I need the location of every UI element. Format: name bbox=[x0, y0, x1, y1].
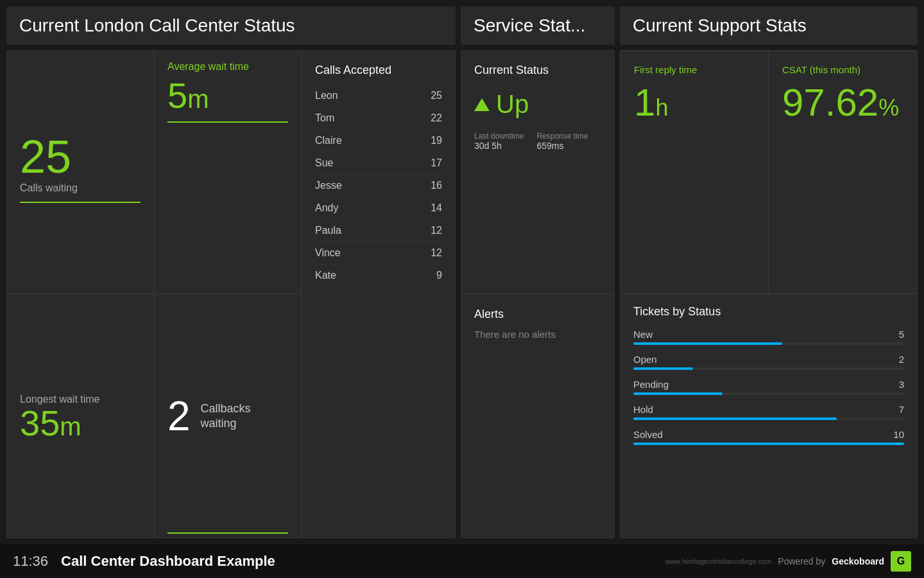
footer-left: 11:36 Call Center Dashboard Example bbox=[13, 553, 275, 570]
header-support: Current Support Stats bbox=[620, 6, 918, 45]
ticket-bar-bg bbox=[633, 417, 904, 420]
last-downtime-label: Last downtime bbox=[474, 132, 524, 141]
ticket-bar-fill bbox=[633, 442, 904, 445]
support-metrics-row: First reply time 1h CSAT (this month) 97… bbox=[620, 50, 918, 294]
calls-count: 12 bbox=[431, 247, 442, 259]
callbacks-cell: 2 Callbacks waiting 9 Agents online bbox=[154, 294, 302, 538]
calls-count: 22 bbox=[431, 112, 442, 124]
calls-accepted-title: Calls Accepted bbox=[315, 64, 442, 77]
calls-accepted-cell: Calls Accepted Leon25Tom22Claire19Sue17J… bbox=[302, 50, 456, 538]
avg-wait-cell: Average wait time 5m bbox=[154, 50, 302, 294]
callbacks-label: Callbacks waiting bbox=[201, 401, 251, 432]
ticket-status: Hold bbox=[633, 404, 653, 415]
calls-name: Claire bbox=[315, 135, 342, 146]
footer: 11:36 Call Center Dashboard Example www.… bbox=[0, 545, 924, 578]
ticket-count: 7 bbox=[899, 404, 904, 415]
ticket-bar-bg bbox=[633, 392, 904, 395]
status-meta: Last downtime 30d 5h Response time 659ms bbox=[474, 132, 601, 151]
longest-wait-value: 35m bbox=[20, 405, 141, 441]
footer-right: www.heritagechristiancollege.com Powered… bbox=[665, 551, 911, 572]
ticket-bar-bg bbox=[633, 442, 904, 445]
calls-row: Kate9 bbox=[315, 265, 442, 286]
ticket-count: 10 bbox=[893, 429, 904, 440]
calls-count: 12 bbox=[431, 225, 442, 236]
ticket-row: Hold 7 bbox=[633, 404, 904, 420]
calls-waiting-value: 25 bbox=[20, 134, 141, 180]
first-reply-label: First reply time bbox=[634, 64, 755, 75]
ticket-status: Solved bbox=[633, 429, 663, 440]
calls-count: 16 bbox=[431, 180, 442, 191]
csat-cell: CSAT (this month) 97.62% bbox=[769, 51, 917, 293]
geckoboard-icon: G bbox=[891, 551, 911, 572]
csat-label: CSAT (this month) bbox=[782, 64, 903, 75]
longest-wait-cell: Longest wait time 35m bbox=[6, 294, 154, 538]
support-panel: First reply time 1h CSAT (this month) 97… bbox=[620, 50, 918, 538]
tickets-list: New 5 Open 2 Pending 3 Hol bbox=[633, 329, 904, 445]
ticket-row: Pending 3 bbox=[633, 379, 904, 395]
last-downtime-value: 30d 5h bbox=[474, 141, 524, 151]
calls-list: Leon25Tom22Claire19Sue17Jesse16Andy14Pau… bbox=[315, 85, 442, 286]
tickets-title: Tickets by Status bbox=[633, 305, 904, 319]
ticket-count: 5 bbox=[899, 329, 904, 340]
ticket-row: Open 2 bbox=[633, 354, 904, 370]
header-london: Current London Call Center Status bbox=[6, 6, 456, 45]
calls-count: 25 bbox=[431, 90, 442, 101]
current-status-cell: Current Status Up Last downtime 30d 5h R… bbox=[461, 50, 615, 294]
calls-name: Kate bbox=[315, 270, 336, 281]
ticket-count: 2 bbox=[899, 354, 904, 365]
calls-row: Vince12 bbox=[315, 242, 442, 265]
alerts-text: There are no alerts bbox=[474, 329, 601, 340]
ticket-bar-fill bbox=[633, 417, 837, 420]
first-reply-value: 1h bbox=[634, 80, 755, 125]
calls-waiting-label: Calls waiting bbox=[20, 182, 141, 194]
footer-time: 11:36 bbox=[13, 553, 48, 570]
calls-row: Tom22 bbox=[315, 107, 442, 130]
current-status-title: Current Status bbox=[474, 64, 601, 77]
ticket-status: New bbox=[633, 329, 653, 340]
calls-name: Andy bbox=[315, 202, 338, 214]
service-header-title: Service Stat... bbox=[474, 15, 585, 36]
calls-row: Leon25 bbox=[315, 85, 442, 107]
calls-row: Paula12 bbox=[315, 220, 442, 242]
ticket-status: Pending bbox=[633, 379, 669, 390]
calls-count: 9 bbox=[436, 270, 442, 281]
status-up-text: Up bbox=[496, 90, 529, 119]
ticket-row: New 5 bbox=[633, 329, 904, 345]
alerts-cell: Alerts There are no alerts bbox=[461, 294, 615, 538]
calls-count: 17 bbox=[431, 157, 442, 169]
calls-name: Jesse bbox=[315, 180, 342, 191]
status-up-indicator: Up bbox=[474, 90, 601, 119]
ticket-bar-bg bbox=[633, 342, 904, 345]
avg-wait-value: 5m bbox=[167, 78, 288, 114]
calls-waiting-cell: 25 Calls waiting bbox=[6, 50, 154, 294]
csat-value: 97.62% bbox=[782, 80, 903, 125]
header-service: Service Stat... bbox=[461, 6, 615, 45]
london-header-title: Current London Call Center Status bbox=[19, 15, 295, 36]
tickets-cell: Tickets by Status New 5 Open 2 Pending 3 bbox=[620, 294, 918, 538]
calls-name: Paula bbox=[315, 225, 341, 236]
callbacks-number: 2 bbox=[167, 392, 191, 440]
calls-row: Jesse16 bbox=[315, 175, 442, 197]
ticket-status: Open bbox=[633, 354, 657, 365]
ticket-bar-bg bbox=[633, 367, 904, 370]
london-panel: 25 Calls waiting Average wait time 5m Ca… bbox=[6, 50, 456, 538]
divider3 bbox=[167, 532, 288, 534]
ticket-bar-fill bbox=[633, 342, 782, 345]
powered-by-text: Powered by bbox=[778, 556, 825, 566]
calls-name: Tom bbox=[315, 112, 334, 124]
calls-count: 14 bbox=[431, 202, 442, 214]
first-reply-cell: First reply time 1h bbox=[620, 51, 769, 293]
ticket-bar-fill bbox=[633, 392, 723, 395]
response-time-label: Response time bbox=[536, 132, 588, 141]
calls-row: Andy14 bbox=[315, 197, 442, 220]
calls-row: Sue17 bbox=[315, 152, 442, 175]
service-panel: Current Status Up Last downtime 30d 5h R… bbox=[461, 50, 615, 538]
calls-name: Sue bbox=[315, 157, 333, 169]
ticket-bar-fill bbox=[633, 367, 693, 370]
ticket-count: 3 bbox=[899, 379, 904, 390]
avg-wait-label: Average wait time bbox=[167, 61, 288, 73]
alerts-title: Alerts bbox=[474, 308, 601, 321]
response-time-value: 659ms bbox=[536, 141, 588, 151]
up-triangle-icon bbox=[474, 98, 490, 111]
divider bbox=[20, 202, 141, 203]
